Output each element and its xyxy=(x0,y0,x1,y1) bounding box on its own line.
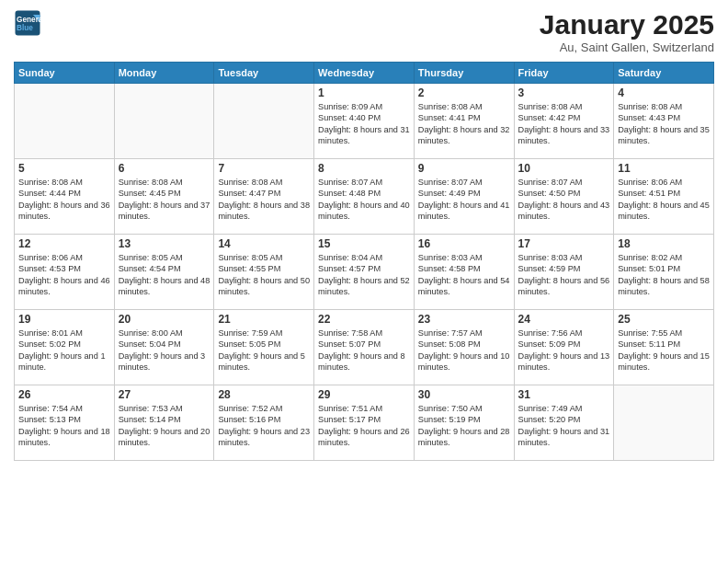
calendar-cell: 11Sunrise: 8:06 AM Sunset: 4:51 PM Dayli… xyxy=(614,159,714,235)
day-info: Sunrise: 8:03 AM Sunset: 4:58 PM Dayligh… xyxy=(418,252,510,298)
day-number: 24 xyxy=(518,313,610,326)
day-info: Sunrise: 8:07 AM Sunset: 4:48 PM Dayligh… xyxy=(318,177,410,223)
day-number: 12 xyxy=(18,237,110,250)
calendar-cell: 26Sunrise: 7:54 AM Sunset: 5:13 PM Dayli… xyxy=(15,385,115,461)
day-number: 6 xyxy=(119,162,210,175)
day-number: 17 xyxy=(518,237,610,250)
day-number: 7 xyxy=(218,162,310,175)
day-info: Sunrise: 7:52 AM Sunset: 5:16 PM Dayligh… xyxy=(218,403,310,449)
calendar-cell: 29Sunrise: 7:51 AM Sunset: 5:17 PM Dayli… xyxy=(314,385,415,461)
week-row-3: 19Sunrise: 8:01 AM Sunset: 5:02 PM Dayli… xyxy=(15,310,714,385)
calendar-cell: 21Sunrise: 7:59 AM Sunset: 5:05 PM Dayli… xyxy=(214,310,314,385)
day-number: 31 xyxy=(518,388,610,401)
week-row-0: 1Sunrise: 8:09 AM Sunset: 4:40 PM Daylig… xyxy=(15,84,714,159)
day-info: Sunrise: 8:08 AM Sunset: 4:44 PM Dayligh… xyxy=(18,177,110,223)
calendar-cell: 24Sunrise: 7:56 AM Sunset: 5:09 PM Dayli… xyxy=(514,310,614,385)
calendar-cell: 18Sunrise: 8:02 AM Sunset: 5:01 PM Dayli… xyxy=(614,235,714,310)
day-number: 18 xyxy=(618,237,710,250)
day-info: Sunrise: 7:55 AM Sunset: 5:11 PM Dayligh… xyxy=(618,327,710,373)
calendar-cell: 8Sunrise: 8:07 AM Sunset: 4:48 PM Daylig… xyxy=(314,159,415,235)
day-number: 29 xyxy=(318,388,410,401)
day-info: Sunrise: 8:08 AM Sunset: 4:47 PM Dayligh… xyxy=(218,177,310,223)
day-info: Sunrise: 8:06 AM Sunset: 4:53 PM Dayligh… xyxy=(18,252,110,298)
days-header-row: SundayMondayTuesdayWednesdayThursdayFrid… xyxy=(15,63,714,84)
day-number: 13 xyxy=(119,237,210,250)
calendar-cell: 4Sunrise: 8:08 AM Sunset: 4:43 PM Daylig… xyxy=(614,84,714,159)
day-info: Sunrise: 8:09 AM Sunset: 4:40 PM Dayligh… xyxy=(318,101,410,147)
day-info: Sunrise: 7:56 AM Sunset: 5:09 PM Dayligh… xyxy=(518,327,610,373)
week-row-2: 12Sunrise: 8:06 AM Sunset: 4:53 PM Dayli… xyxy=(15,235,714,310)
day-number: 21 xyxy=(218,313,310,326)
day-number: 22 xyxy=(318,313,410,326)
day-info: Sunrise: 7:59 AM Sunset: 5:05 PM Dayligh… xyxy=(218,327,310,373)
day-number: 23 xyxy=(418,313,510,326)
day-number: 27 xyxy=(119,388,210,401)
calendar-cell: 28Sunrise: 7:52 AM Sunset: 5:16 PM Dayli… xyxy=(214,385,314,461)
day-number: 19 xyxy=(18,313,110,326)
day-info: Sunrise: 7:54 AM Sunset: 5:13 PM Dayligh… xyxy=(18,403,110,449)
day-info: Sunrise: 8:04 AM Sunset: 4:57 PM Dayligh… xyxy=(318,252,410,298)
day-info: Sunrise: 7:58 AM Sunset: 5:07 PM Dayligh… xyxy=(318,327,410,373)
day-number: 11 xyxy=(618,162,710,175)
calendar-cell xyxy=(614,385,714,461)
calendar-cell: 25Sunrise: 7:55 AM Sunset: 5:11 PM Dayli… xyxy=(614,310,714,385)
day-info: Sunrise: 8:05 AM Sunset: 4:55 PM Dayligh… xyxy=(218,252,310,298)
calendar-cell: 30Sunrise: 7:50 AM Sunset: 5:19 PM Dayli… xyxy=(414,385,514,461)
calendar-cell: 5Sunrise: 8:08 AM Sunset: 4:44 PM Daylig… xyxy=(15,159,115,235)
logo-icon: General Blue xyxy=(14,9,41,37)
calendar-table: SundayMondayTuesdayWednesdayThursdayFrid… xyxy=(14,62,714,461)
calendar-cell xyxy=(114,84,214,159)
day-number: 1 xyxy=(318,86,410,99)
calendar-cell: 12Sunrise: 8:06 AM Sunset: 4:53 PM Dayli… xyxy=(15,235,115,310)
calendar-cell: 10Sunrise: 8:07 AM Sunset: 4:50 PM Dayli… xyxy=(514,159,614,235)
day-info: Sunrise: 8:08 AM Sunset: 4:43 PM Dayligh… xyxy=(618,101,710,147)
day-header-sunday: Sunday xyxy=(15,63,115,84)
day-info: Sunrise: 8:07 AM Sunset: 4:49 PM Dayligh… xyxy=(418,177,510,223)
calendar-cell xyxy=(214,84,314,159)
calendar-cell: 13Sunrise: 8:05 AM Sunset: 4:54 PM Dayli… xyxy=(114,235,214,310)
day-number: 28 xyxy=(218,388,310,401)
day-info: Sunrise: 7:49 AM Sunset: 5:20 PM Dayligh… xyxy=(518,403,610,449)
calendar-cell: 9Sunrise: 8:07 AM Sunset: 4:49 PM Daylig… xyxy=(414,159,514,235)
calendar-cell: 6Sunrise: 8:08 AM Sunset: 4:45 PM Daylig… xyxy=(114,159,214,235)
day-number: 14 xyxy=(218,237,310,250)
calendar-cell: 3Sunrise: 8:08 AM Sunset: 4:42 PM Daylig… xyxy=(514,84,614,159)
day-number: 4 xyxy=(618,86,710,99)
calendar-cell: 22Sunrise: 7:58 AM Sunset: 5:07 PM Dayli… xyxy=(314,310,415,385)
calendar-cell: 1Sunrise: 8:09 AM Sunset: 4:40 PM Daylig… xyxy=(314,84,415,159)
calendar-subtitle: Au, Saint Gallen, Switzerland xyxy=(540,40,714,54)
day-number: 3 xyxy=(518,86,610,99)
day-info: Sunrise: 8:08 AM Sunset: 4:41 PM Dayligh… xyxy=(418,101,510,147)
day-header-friday: Friday xyxy=(514,63,614,84)
day-info: Sunrise: 7:50 AM Sunset: 5:19 PM Dayligh… xyxy=(418,403,510,449)
calendar-cell: 16Sunrise: 8:03 AM Sunset: 4:58 PM Dayli… xyxy=(414,235,514,310)
day-number: 30 xyxy=(418,388,510,401)
day-info: Sunrise: 7:51 AM Sunset: 5:17 PM Dayligh… xyxy=(318,403,410,449)
day-info: Sunrise: 8:05 AM Sunset: 4:54 PM Dayligh… xyxy=(119,252,210,298)
calendar-cell: 19Sunrise: 8:01 AM Sunset: 5:02 PM Dayli… xyxy=(15,310,115,385)
header: General Blue January 2025 Au, Saint Gall… xyxy=(14,9,714,54)
day-info: Sunrise: 8:08 AM Sunset: 4:42 PM Dayligh… xyxy=(518,101,610,147)
calendar-cell: 17Sunrise: 8:03 AM Sunset: 4:59 PM Dayli… xyxy=(514,235,614,310)
day-info: Sunrise: 8:02 AM Sunset: 5:01 PM Dayligh… xyxy=(618,252,710,298)
calendar-title: January 2025 xyxy=(540,9,714,40)
day-info: Sunrise: 8:07 AM Sunset: 4:50 PM Dayligh… xyxy=(518,177,610,223)
calendar-cell: 14Sunrise: 8:05 AM Sunset: 4:55 PM Dayli… xyxy=(214,235,314,310)
day-info: Sunrise: 7:53 AM Sunset: 5:14 PM Dayligh… xyxy=(119,403,210,449)
title-block: January 2025 Au, Saint Gallen, Switzerla… xyxy=(540,9,714,54)
calendar-cell: 31Sunrise: 7:49 AM Sunset: 5:20 PM Dayli… xyxy=(514,385,614,461)
page: General Blue January 2025 Au, Saint Gall… xyxy=(0,0,728,563)
day-header-tuesday: Tuesday xyxy=(214,63,314,84)
day-header-saturday: Saturday xyxy=(614,63,714,84)
week-row-1: 5Sunrise: 8:08 AM Sunset: 4:44 PM Daylig… xyxy=(15,159,714,235)
day-number: 10 xyxy=(518,162,610,175)
calendar-cell: 27Sunrise: 7:53 AM Sunset: 5:14 PM Dayli… xyxy=(114,385,214,461)
day-number: 25 xyxy=(618,313,710,326)
day-number: 16 xyxy=(418,237,510,250)
calendar-cell: 2Sunrise: 8:08 AM Sunset: 4:41 PM Daylig… xyxy=(414,84,514,159)
day-number: 2 xyxy=(418,86,510,99)
day-info: Sunrise: 8:06 AM Sunset: 4:51 PM Dayligh… xyxy=(618,177,710,223)
day-number: 15 xyxy=(318,237,410,250)
day-number: 9 xyxy=(418,162,510,175)
calendar-cell: 23Sunrise: 7:57 AM Sunset: 5:08 PM Dayli… xyxy=(414,310,514,385)
